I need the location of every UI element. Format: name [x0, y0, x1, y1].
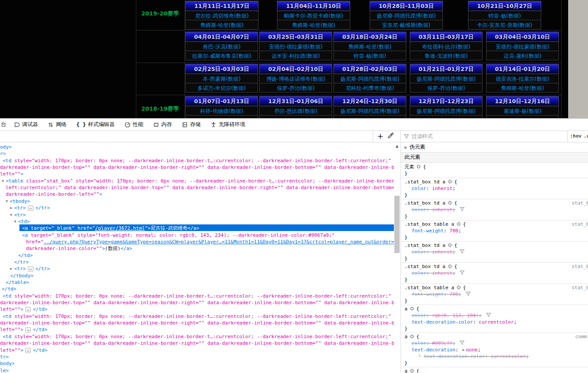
- selector-highlighter-icon[interactable]: [457, 285, 461, 290]
- player-link[interactable]: 扬尼斯-阿德托昆博(数据): [417, 76, 476, 82]
- stylesheet-source-link[interactable]: stat_b: [572, 263, 588, 270]
- markup-line[interactable]: <a target="_blank" style="font-weight: n…: [22, 232, 335, 239]
- collapsed-ellipsis-badge[interactable]: …: [25, 307, 31, 312]
- rule-selector[interactable]: a{: [404, 306, 588, 312]
- markup-line[interactable]: </td>: [2, 286, 16, 292]
- player-link[interactable]: 安德烈-德拉蒙德(数据): [269, 44, 323, 50]
- markup-line-selected[interactable]: <a target="_blank" href="/player/3672.ht…: [22, 225, 199, 231]
- selector-highlighter-icon[interactable]: [448, 201, 452, 205]
- override-filter-icon[interactable]: [486, 313, 491, 317]
- player-link[interactable]: 安德烈-德拉蒙德(数据): [496, 44, 550, 50]
- markup-line[interactable]: href="../query.php?QueryType=game&GameTy…: [26, 239, 394, 245]
- player-link[interactable]: 德安吉洛-拉塞尔(数据): [496, 76, 550, 82]
- override-filter-icon[interactable]: [460, 270, 464, 275]
- stylesheet-source-link[interactable]: stat_b: [572, 200, 588, 206]
- devtools-tab-内存[interactable]: 内存: [148, 119, 177, 131]
- player-link[interactable]: 詹姆斯-哈登(数据): [292, 22, 335, 28]
- markup-line[interactable]: <td style="width: 170px; border: 0px non…: [3, 157, 394, 164]
- selector-highlighter-icon[interactable]: [448, 243, 452, 247]
- devtools-tab-无障碍环境[interactable]: 无障碍环境: [206, 119, 250, 131]
- rule-selector[interactable]: .stat_box table a{stat_b: [404, 221, 588, 228]
- collapsed-ellipsis-badge[interactable]: …: [28, 205, 34, 211]
- collapse-arrow-icon[interactable]: ▼: [10, 212, 14, 218]
- player-link[interactable]: 詹姆斯-哈登(数据): [200, 22, 243, 28]
- stylesheet-source-link[interactable]: comm: [575, 333, 587, 340]
- player-link[interactable]: 乔尔-恩比德(数据): [274, 108, 318, 114]
- player-link[interactable]: 帕斯卡尔-西亚卡姆(数据): [284, 13, 343, 19]
- selector-highlighter-icon[interactable]: [410, 334, 414, 339]
- markup-line[interactable]: darkreader-inline-border-top="" data-dar…: [0, 299, 394, 306]
- override-filter-icon[interactable]: [466, 291, 471, 296]
- selector-highlighter-icon[interactable]: [457, 222, 461, 226]
- markup-line[interactable]: tr>: [0, 354, 9, 360]
- panel-splitter[interactable]: [400, 131, 401, 142]
- player-link[interactable]: 迈克-康利(数据): [504, 53, 542, 59]
- markup-line[interactable]: ▶<tr>…</tr>: [10, 205, 50, 211]
- collapse-arrow-icon[interactable]: ▼: [14, 218, 18, 225]
- player-link[interactable]: 安东尼-戴维斯(数据): [382, 22, 431, 28]
- css-property[interactable]: font-weight: 700;: [404, 291, 588, 298]
- devtools-tab-调试器[interactable]: 调试器: [9, 119, 43, 131]
- player-link[interactable]: 特雷-杨(数据): [354, 53, 386, 59]
- add-rule-button[interactable]: +: [376, 131, 385, 141]
- override-filter-icon[interactable]: [460, 207, 464, 212]
- expand-arrow-icon[interactable]: ▶: [463, 348, 465, 352]
- stylesheet-source-link[interactable]: stat_b: [572, 221, 588, 228]
- player-link[interactable]: 扬尼斯-阿德托昆博(数据): [341, 108, 400, 114]
- class-toggle[interactable]: .c: [584, 133, 588, 139]
- player-link[interactable]: 科怀-伦纳德(数据): [200, 108, 243, 114]
- markup-view[interactable]: ody>r><td style="width: 170px; border: 0…: [0, 142, 394, 373]
- page-scrollbar[interactable]: [568, 0, 588, 118]
- player-link[interactable]: 布拉德利-比尔(数据): [422, 44, 471, 50]
- rule-selector[interactable]: a{comm: [404, 333, 588, 340]
- markup-line[interactable]: ▼<table class="stat_box" style="width: 1…: [2, 178, 394, 184]
- player-link[interactable]: 拉塞尔-威斯布鲁克(数据): [192, 53, 251, 59]
- player-link[interactable]: 保罗-乔治(数据): [427, 85, 465, 91]
- collapse-arrow-icon[interactable]: ▼: [6, 198, 10, 205]
- devtools-tab-存储[interactable]: 存储: [177, 119, 206, 131]
- devtools-tab-性能[interactable]: 性能: [120, 119, 148, 131]
- markup-line[interactable]: le>: [0, 367, 9, 373]
- css-property[interactable]: font-weight: 700;: [404, 228, 588, 234]
- rule-selector[interactable]: .stat_box td a{stat_b: [404, 200, 588, 206]
- expand-arrow-icon[interactable]: ▶: [10, 265, 14, 272]
- markup-line[interactable]: </table>: [6, 279, 29, 286]
- eyedropper-icon[interactable]: [387, 132, 394, 141]
- player-link[interactable]: 鲁迪-戈波特(数据): [425, 53, 468, 59]
- player-link[interactable]: 肯巴-沃克(数据): [203, 44, 241, 50]
- collapsed-ellipsis-badge[interactable]: …: [25, 327, 31, 332]
- tab-console-partial[interactable]: 台: [1, 121, 6, 128]
- attribute-link[interactable]: /player/3672.html: [95, 225, 145, 231]
- rule-selector[interactable]: .stat_box td a{stat_b: [404, 263, 588, 270]
- markup-line[interactable]: darkreader-inline-border-top="" data-dar…: [0, 340, 394, 347]
- selector-highlighter-icon[interactable]: [448, 179, 452, 184]
- override-filter-icon[interactable]: [460, 340, 464, 345]
- markup-line[interactable]: left="">…</td>: [0, 306, 48, 313]
- player-link[interactable]: 扬尼斯-阿德托昆博(数据): [377, 13, 436, 19]
- player-link[interactable]: 卡尔-安东尼-唐斯(数据): [477, 22, 532, 28]
- markup-line[interactable]: ▶<tr>…</tr>: [10, 265, 50, 272]
- rule-selector[interactable]: a{: [404, 368, 588, 373]
- override-filter-icon[interactable]: [460, 249, 464, 254]
- player-link[interactable]: 保罗-乔治(数据): [277, 85, 315, 91]
- pseudo-elements-section[interactable]: ▶伪元素: [401, 142, 588, 153]
- devtools-tab-网络[interactable]: 网络: [43, 119, 71, 131]
- markup-line[interactable]: darkreader-inline-border-left="">: [6, 191, 102, 198]
- markup-line[interactable]: </tr>: [14, 259, 29, 265]
- markup-line[interactable]: <td style="width: 170px; border: 0px non…: [3, 293, 394, 299]
- player-link[interactable]: 尼科拉-约季奇(数据): [346, 85, 394, 91]
- filter-styles-input[interactable]: 过滤样式: [404, 133, 563, 140]
- css-property[interactable]: color: #009cff;: [404, 340, 588, 347]
- css-property[interactable]: └ text-decoration-color: currentcolor;: [404, 353, 588, 360]
- player-link[interactable]: 特雷-杨(数据): [488, 13, 521, 19]
- pseudo-class-toggle[interactable]: :hov: [570, 133, 582, 139]
- markup-line[interactable]: left="">…</td>: [0, 347, 48, 354]
- markup-scrollbar-thumb[interactable]: [394, 196, 400, 253]
- selector-highlighter-icon[interactable]: [410, 306, 414, 311]
- stylesheet-source-link[interactable]: stat_b: [572, 284, 588, 291]
- markup-line[interactable]: ody>: [0, 144, 12, 150]
- rule-selector[interactable]: .stat_box td a{: [404, 179, 588, 185]
- css-property[interactable]: color: inherit;: [404, 249, 588, 255]
- rule-selector[interactable]: .stat_box table a{stat_b: [404, 284, 588, 291]
- player-link[interactable]: 多诺万-米切尔(数据): [198, 85, 246, 91]
